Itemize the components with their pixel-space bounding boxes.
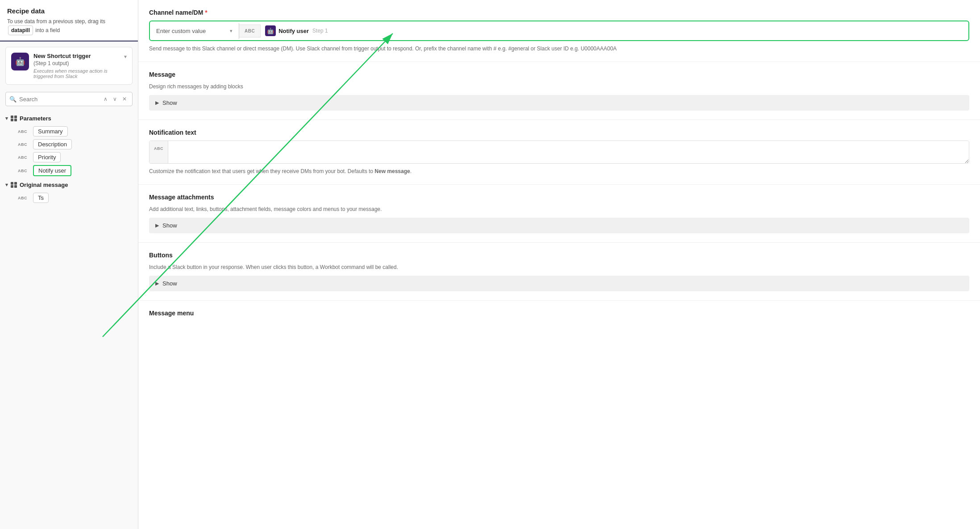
channel-name-section: Channel name/DM * Enter custom value ▾ A…	[138, 0, 980, 62]
parameters-label: Parameters	[20, 115, 51, 122]
message-show-arrow-icon: ▶	[155, 100, 159, 106]
search-up-button[interactable]: ∧	[102, 95, 109, 103]
buttons-show-block[interactable]: ▶ Show	[149, 276, 969, 291]
channel-field-hint: Send message to this Slack channel or di…	[149, 45, 969, 53]
notification-abc-badge: ABC	[149, 141, 168, 163]
search-down-button[interactable]: ∨	[111, 95, 119, 103]
attachments-show-block[interactable]: ▶ Show	[149, 218, 969, 233]
parameters-arrow-icon: ▾	[5, 116, 8, 121]
list-item: ABC Notify user	[18, 165, 133, 176]
recipe-data-title: Recipe data	[7, 7, 131, 15]
priority-pill[interactable]: Priority	[33, 152, 61, 162]
notification-text-area-row: ABC	[149, 141, 969, 164]
required-star: *	[205, 9, 207, 16]
original-message-grid-icon	[11, 182, 17, 188]
message-field-description: Design rich messages by adding blocks	[149, 83, 969, 91]
attachments-show-label: Show	[162, 222, 177, 229]
abc-badge: ABC	[18, 169, 30, 173]
trigger-block: 🤖 New Shortcut trigger (Step 1 output) E…	[5, 47, 133, 85]
tree-group-original-message-header[interactable]: ▾ Original message	[5, 180, 133, 190]
message-show-label: Show	[162, 99, 177, 106]
abc-badge: ABC	[18, 142, 30, 147]
notify-pill-name: Notify user	[278, 28, 309, 34]
recipe-data-header: Recipe data To use data from a previous …	[0, 0, 138, 41]
channel-field-label: Channel name/DM *	[149, 9, 969, 16]
attachments-description: Add additional text, links, buttons, att…	[149, 205, 969, 213]
original-message-items: ABC Ts	[5, 193, 133, 203]
search-controls: ∧ ∨ ✕	[102, 95, 129, 103]
attachments-show-arrow-icon: ▶	[155, 223, 159, 228]
message-menu-label: Message menu	[149, 310, 969, 317]
message-field-label: Message	[149, 71, 969, 78]
buttons-section: Buttons Include a Slack button in your r…	[138, 243, 980, 301]
notification-text-label: Notification text	[149, 129, 969, 136]
list-item: ABC Ts	[18, 193, 133, 203]
trigger-description: Executes when message action is triggere…	[33, 68, 127, 79]
trigger-step: (Step 1 output)	[33, 60, 127, 66]
right-panel: Channel name/DM * Enter custom value ▾ A…	[138, 0, 980, 529]
tree-group-original-message: ▾ Original message ABC Ts	[5, 180, 133, 203]
custom-value-select[interactable]: Enter custom value ▾	[150, 23, 239, 39]
abc-badge: ABC	[18, 196, 30, 200]
left-panel: Recipe data To use data from a previous …	[0, 0, 138, 529]
tree-section: ▾ Parameters ABC Summary ABC Description…	[0, 110, 138, 210]
search-icon: 🔍	[9, 96, 17, 103]
search-close-button[interactable]: ✕	[120, 95, 129, 103]
recipe-data-description: To use data from a previous step, drag i…	[7, 17, 131, 35]
original-message-arrow-icon: ▾	[5, 182, 8, 188]
tree-group-parameters-header[interactable]: ▾ Parameters	[5, 113, 133, 124]
buttons-description: Include a Slack button in your response.…	[149, 263, 969, 271]
buttons-label: Buttons	[149, 252, 969, 259]
parameters-items: ABC Summary ABC Description ABC Priority…	[5, 126, 133, 176]
datapill-badge: datapill	[8, 25, 33, 35]
search-bar: 🔍 ∧ ∨ ✕	[5, 92, 133, 106]
select-arrow-icon: ▾	[230, 28, 233, 34]
notify-pill-step: Step 1	[312, 28, 328, 34]
original-message-label: Original message	[20, 182, 68, 188]
list-item: ABC Description	[18, 139, 133, 149]
abc-input-badge: ABC	[239, 25, 261, 37]
tree-group-parameters: ▾ Parameters ABC Summary ABC Description…	[5, 113, 133, 176]
list-item: ABC Priority	[18, 152, 133, 162]
notification-text-input[interactable]	[168, 141, 969, 163]
trigger-name: New Shortcut trigger	[33, 53, 127, 59]
notify-user-pill-display: 🤖 Notify user Step 1	[265, 25, 328, 36]
abc-badge: ABC	[18, 155, 30, 160]
parameters-grid-icon	[11, 116, 17, 122]
abc-badge: ABC	[18, 129, 30, 134]
buttons-show-arrow-icon: ▶	[155, 281, 159, 286]
attachments-label: Message attachments	[149, 194, 969, 201]
notification-text-section: Notification text ABC Customize the noti…	[138, 120, 980, 185]
message-menu-section: Message menu	[138, 301, 980, 330]
message-show-block[interactable]: ▶ Show	[149, 95, 969, 111]
trigger-info: New Shortcut trigger (Step 1 output) Exe…	[33, 53, 127, 79]
list-item: ABC Summary	[18, 126, 133, 136]
notify-pill-icon: 🤖	[265, 25, 276, 36]
notification-text-hint: Customize the notification text that use…	[149, 167, 969, 175]
summary-pill[interactable]: Summary	[33, 126, 68, 136]
trigger-icon: 🤖	[11, 53, 29, 70]
trigger-chevron-icon[interactable]: ▾	[124, 54, 127, 60]
message-attachments-section: Message attachments Add additional text,…	[138, 185, 980, 243]
search-input[interactable]	[19, 96, 99, 103]
message-section: Message Design rich messages by adding b…	[138, 62, 980, 120]
channel-input-row: Enter custom value ▾ ABC 🤖 Notify user S…	[149, 21, 969, 41]
description-pill[interactable]: Description	[33, 139, 72, 149]
channel-value-area[interactable]: 🤖 Notify user Step 1	[261, 21, 968, 40]
buttons-show-label: Show	[162, 280, 177, 287]
select-placeholder: Enter custom value	[156, 28, 206, 34]
ts-pill[interactable]: Ts	[33, 193, 49, 203]
notify-user-pill[interactable]: Notify user	[33, 165, 71, 176]
